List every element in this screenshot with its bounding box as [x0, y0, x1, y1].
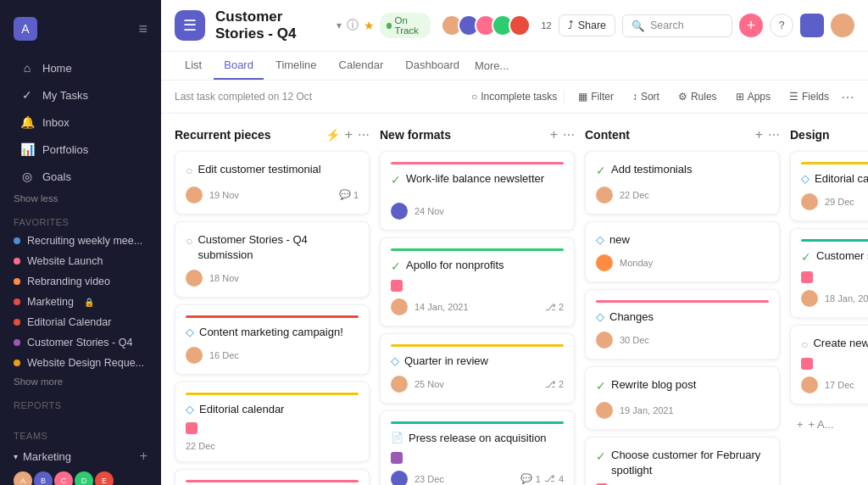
topbar: ☰ Customer Stories - Q4 ▾ ⓘ ★ On Track [161, 0, 868, 52]
task-check-icon: ✓ [596, 163, 606, 180]
card-q4-submission[interactable]: ○ Customer Stories - Q4 submission 18 No… [175, 221, 370, 298]
dot-icon [14, 360, 20, 366]
fields-button[interactable]: ☰ Fields [782, 87, 836, 106]
card-title-text: Editorial calendar [199, 402, 284, 417]
column-title: Recurrent pieces [175, 128, 320, 142]
help-button[interactable]: ? [770, 14, 793, 37]
add-button[interactable]: + [739, 14, 763, 37]
column-header-content: Content + ⋯ [585, 127, 780, 142]
sidebar-item-my-tasks-label: My Tasks [42, 89, 88, 102]
home-icon: ⌂ [20, 61, 34, 75]
sidebar-item-goals-label: Goals [42, 170, 71, 183]
diamond-icon: ◇ [391, 354, 399, 369]
card-create-new[interactable]: ○ Create new in... 17 Dec [790, 325, 868, 405]
goals-icon: ◎ [20, 170, 34, 183]
filter-icon: ▦ [578, 91, 587, 103]
tab-list[interactable]: List [175, 52, 212, 80]
sidebar-item-home[interactable]: ⌂ Home [7, 55, 154, 81]
star-icon[interactable]: ★ [364, 19, 375, 32]
column-options-button[interactable]: ⋯ [358, 128, 370, 142]
user-avatar[interactable] [831, 14, 854, 37]
card-content-marketing[interactable]: ◇ Content marketing campaign! 16 Dec [175, 304, 370, 375]
sidebar-item-recruiting[interactable]: Recruiting weekly mee... [0, 231, 161, 251]
sidebar-item-inbox[interactable]: 🔔 Inbox [7, 109, 154, 135]
sidebar-item-customer-stories[interactable]: Customer Stories - Q4 [0, 332, 161, 353]
toolbar-separator [564, 90, 565, 103]
sidebar-item-my-tasks[interactable]: ✓ My Tasks [7, 82, 154, 108]
column-header-design: Design + ⋯ [790, 127, 868, 142]
tab-board[interactable]: Board [214, 52, 264, 80]
apps-icon: ⊞ [736, 91, 744, 103]
sidebar-item-goals[interactable]: ◎ Goals [7, 164, 154, 189]
tab-dashboard[interactable]: Dashboard [395, 52, 470, 80]
sidebar-item-marketing[interactable]: Marketing 🔒 [0, 292, 161, 312]
rules-button[interactable]: ⚙ Rules [671, 87, 724, 106]
card-create-campaign[interactable]: 📄 Create campaign [175, 469, 370, 485]
color-bar [391, 162, 564, 164]
doc-icon: 📄 [391, 431, 403, 445]
card-date: 23 Dec [415, 474, 444, 484]
card-apollo-nonprofits[interactable]: ✓ Apollo for nonprofits 14 Jan, 2021 ⎇ 2 [380, 237, 575, 327]
avatar [596, 254, 613, 271]
card-press-release[interactable]: 📄 Press release on acquisition 23 Dec 💬 … [380, 410, 575, 485]
avatar [801, 376, 818, 393]
collapse-sidebar-button[interactable]: ≡ [138, 20, 147, 38]
card-customer-spotlight[interactable]: ✓ Customer spo... 18 Jan, 2021 [790, 228, 868, 318]
add-card-button[interactable]: + [550, 127, 558, 142]
sort-button[interactable]: ↕ Sort [626, 87, 666, 106]
add-card-button[interactable]: + [755, 127, 763, 142]
card-new[interactable]: ◇ new Monday [585, 221, 780, 282]
show-less-button[interactable]: Show less [0, 190, 161, 207]
incomplete-tasks-filter[interactable]: ○ Incomplete tasks [471, 91, 557, 103]
filter-button[interactable]: ▦ Filter [571, 87, 620, 106]
task-check-icon: ✓ [391, 259, 401, 276]
column-options-button[interactable]: ⋯ [768, 128, 780, 142]
card-choose-customer[interactable]: ✓ Choose customer for February spotlight… [585, 437, 780, 485]
card-rewrite-blog[interactable]: ✓ Rewrite blog post 19 Jan, 2021 [585, 366, 780, 430]
card-quarter-review[interactable]: ◇ Quarter in review 25 Nov ⎇ 2 [380, 333, 575, 404]
title-chevron-icon[interactable]: ▾ [337, 20, 342, 31]
fav-label: Website Design Reque... [27, 357, 144, 369]
apps-button[interactable]: ⊞ Apps [729, 87, 777, 106]
card-date: 25 Nov [415, 379, 444, 389]
card-changes[interactable]: ◇ Changes 30 Dec [585, 289, 780, 360]
status-badge[interactable]: On Track [380, 13, 431, 38]
column-options-button[interactable]: ⋯ [563, 128, 575, 142]
column-title: New formats [380, 128, 545, 142]
card-title-text: Changes [609, 309, 654, 325]
tab-calendar[interactable]: Calendar [329, 52, 394, 80]
workspace-icon[interactable]: A [14, 17, 37, 41]
bell-icon: 🔔 [20, 115, 34, 129]
card-date: 19 Nov [209, 190, 239, 200]
sidebar-item-website-design[interactable]: Website Design Reque... [0, 353, 161, 373]
card-add-testimonials[interactable]: ✓ Add testimonials 22 Dec [585, 151, 780, 215]
share-button[interactable]: ⤴ Share [559, 14, 615, 36]
card-editorial-calendar[interactable]: ◇ Editorial calendar 22 Dec [175, 382, 370, 462]
add-column-button[interactable]: + + A... [790, 411, 868, 438]
card-edit-testimonial[interactable]: ○ Edit customer testimonial 19 Nov 💬 1 [175, 151, 370, 215]
dot-icon [14, 237, 20, 244]
more-options-button[interactable]: ⋯ [841, 89, 854, 105]
info-icon[interactable]: ⓘ [347, 18, 359, 33]
sidebar-item-rebranding[interactable]: Rebranding video [0, 271, 161, 292]
favorites-section-title: Favorites [0, 207, 161, 231]
card-design-editorial[interactable]: ◇ Editorial cale... 29 Dec [790, 151, 868, 221]
theme-swatch[interactable] [800, 14, 824, 37]
avatar [801, 193, 818, 210]
tab-timeline[interactable]: Timeline [265, 52, 327, 80]
sort-icon: ↕ [632, 91, 637, 103]
sidebar-item-editorial[interactable]: Editorial Calendar [0, 312, 161, 332]
add-card-button[interactable]: + [345, 127, 353, 142]
card-work-life-balance[interactable]: ✓ Work-life balance newsletter 24 Nov [380, 151, 575, 231]
sidebar-item-portfolios[interactable]: 📊 Portfolios [7, 137, 154, 162]
show-more-button[interactable]: Show more [0, 373, 161, 390]
check-icon: ✓ [20, 88, 34, 102]
add-team-button[interactable]: + [140, 449, 147, 464]
sidebar-item-website-launch[interactable]: Website Launch [0, 251, 161, 271]
comment-icon: 💬 [339, 189, 351, 200]
project-title: Customer Stories - Q4 [215, 8, 331, 42]
card-title-text: Press release on acquisition [409, 431, 547, 446]
sidebar-item-marketing-team[interactable]: ▾ Marketing + [0, 444, 161, 468]
more-views-button[interactable]: More... [471, 53, 512, 79]
search-box[interactable]: 🔍 Search [622, 14, 732, 37]
